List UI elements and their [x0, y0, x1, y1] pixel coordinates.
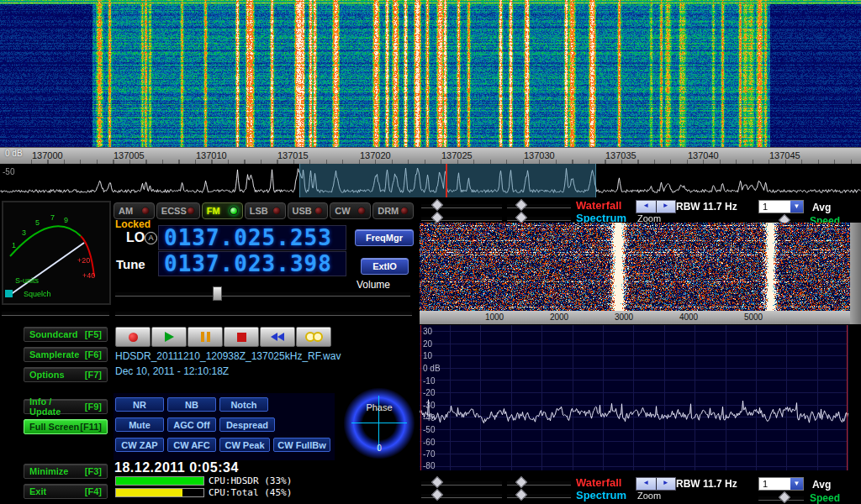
soundcard-button[interactable]: Soundcard [F5] — [24, 327, 108, 342]
nr-button[interactable]: NR — [115, 397, 164, 412]
button-key: [F5] — [85, 329, 102, 339]
mode-button-ecss[interactable]: ECSS — [156, 202, 200, 219]
stop-button[interactable] — [224, 327, 259, 347]
cpu-total-bar — [115, 488, 204, 497]
info-update-button[interactable]: Info / Update [F9] — [24, 399, 108, 414]
chevron-down-icon[interactable]: ▼ — [790, 201, 803, 213]
mode-button-drm[interactable]: DRM — [372, 202, 414, 219]
lo-lock-badge[interactable]: A — [145, 232, 157, 244]
slider-handle[interactable] — [515, 199, 527, 211]
squelch-groove — [2, 311, 109, 316]
slider-handle[interactable] — [515, 476, 527, 488]
play-icon — [165, 332, 174, 342]
cw-afc-button[interactable]: CW AFC — [167, 438, 216, 452]
main-frequency-ruler[interactable]: 137000 137005 137010 137015 137020 13702… — [0, 147, 861, 164]
fullscreen-button[interactable]: Full Screen [F11] — [24, 419, 108, 434]
button-key: [F6] — [85, 349, 102, 360]
spectrum-upper-slider[interactable] — [421, 216, 502, 221]
loop-button[interactable] — [296, 327, 331, 347]
despread-button[interactable]: Despread — [219, 417, 275, 432]
smeter-tick: 9 — [64, 216, 68, 224]
mode-label: DRM — [378, 206, 399, 216]
freq-label: 137030 — [524, 150, 555, 160]
zoom-label: Zoom — [637, 491, 661, 501]
speed-slider[interactable] — [758, 496, 804, 501]
notch-button[interactable]: Notch — [219, 397, 268, 412]
slider-handle[interactable] — [515, 489, 527, 501]
squelch-marker[interactable] — [5, 290, 13, 297]
freqmgr-button[interactable]: FreqMgr — [355, 229, 414, 246]
phase-value: 0 — [343, 444, 415, 453]
cw-fullbw-button[interactable]: CW FullBw — [273, 438, 330, 452]
filter-edge-left[interactable] — [420, 325, 421, 470]
mode-button-usb[interactable]: USB — [288, 202, 329, 219]
waterfall-upper-slider[interactable] — [421, 203, 502, 208]
tune-frequency-display[interactable]: 0137.023.398 — [158, 251, 346, 276]
zoom-out-button[interactable]: ◄ — [637, 201, 656, 213]
spectrum-upper-slider[interactable] — [421, 493, 502, 498]
cw-peak-button[interactable]: CW Peak — [219, 438, 270, 452]
af-frequency-ruler[interactable]: 1000 2000 3000 4000 5000 — [420, 311, 850, 324]
record-button[interactable] — [115, 327, 151, 347]
pause-button[interactable] — [188, 327, 223, 347]
passband-selection[interactable] — [299, 164, 596, 197]
slider-handle[interactable] — [431, 199, 443, 211]
freq-label: 137045 — [769, 150, 800, 160]
mute-button[interactable]: Mute — [115, 417, 164, 432]
af-waterfall-display[interactable] — [420, 223, 850, 311]
freq-label: 1000 — [485, 312, 504, 322]
cpu-hdsdr-bar — [115, 476, 204, 486]
mode-button-cw[interactable]: CW — [330, 202, 371, 219]
volume-slider[interactable] — [115, 286, 412, 300]
waterfall-upper-slider[interactable] — [421, 480, 502, 486]
chevron-down-icon[interactable]: ▼ — [790, 478, 803, 490]
main-waterfall-display[interactable] — [0, 0, 861, 147]
af-spectrum-display[interactable] — [420, 325, 848, 470]
avg-select[interactable]: 1 ▼ — [758, 477, 804, 491]
rewind-button[interactable] — [260, 327, 295, 347]
slider-handle[interactable] — [431, 476, 443, 488]
mode-button-am[interactable]: AM — [114, 202, 155, 219]
cw-zap-button[interactable]: CW ZAP — [115, 438, 164, 452]
mode-button-lsb[interactable]: LSB — [245, 202, 286, 219]
volume-handle[interactable] — [213, 286, 222, 301]
button-key: [F7] — [85, 370, 102, 380]
waterfall-lower-slider[interactable] — [507, 203, 571, 208]
lo-frequency-display[interactable]: 0137.025.253 — [158, 225, 346, 250]
exit-button[interactable]: Exit [F4] — [24, 484, 108, 499]
button-label: Minimize — [29, 466, 68, 476]
freq-label: 137040 — [688, 150, 719, 160]
options-button[interactable]: Options [F7] — [24, 367, 108, 382]
af-scrollbar[interactable] — [850, 223, 861, 324]
slider-handle[interactable] — [431, 212, 443, 223]
play-button[interactable] — [151, 327, 187, 347]
zoom-in-button[interactable]: ► — [657, 478, 676, 490]
button-key: [F3] — [85, 466, 102, 476]
avg-select[interactable]: 1 ▼ — [758, 200, 804, 213]
s-units-label: S-units — [15, 276, 40, 285]
nb-button[interactable]: NB — [167, 397, 216, 412]
waterfall-lower-slider[interactable] — [507, 480, 571, 486]
slider-handle[interactable] — [431, 489, 443, 501]
agc-off-button[interactable]: AGC Off — [167, 417, 216, 432]
slider-handle[interactable] — [779, 491, 790, 503]
zoom-out-button[interactable]: ◄ — [637, 478, 656, 490]
minimize-button[interactable]: Minimize [F3] — [24, 464, 108, 479]
spectrum-lower-slider[interactable] — [507, 216, 571, 221]
waterfall-toggle[interactable]: Waterfall — [576, 476, 621, 489]
slider-handle[interactable] — [515, 212, 527, 223]
cpu-hdsdr-fill — [116, 477, 203, 485]
record-icon — [129, 333, 138, 342]
avg-label: Avg — [812, 479, 831, 491]
phase-control[interactable]: Phase 0 — [343, 387, 415, 459]
zoom-in-button[interactable]: ► — [657, 201, 676, 213]
filter-edge-right[interactable] — [847, 325, 848, 470]
spectrum-toggle[interactable]: Spectrum — [576, 489, 626, 501]
squelch-slider[interactable] — [2, 308, 111, 317]
freq-label: 5000 — [744, 312, 763, 322]
waterfall-toggle[interactable]: Waterfall — [576, 199, 621, 212]
spectrum-lower-slider[interactable] — [507, 493, 571, 498]
mode-button-fm[interactable]: FM — [202, 202, 243, 219]
samplerate-button[interactable]: Samplerate [F6] — [24, 347, 108, 362]
extio-button[interactable]: ExtIO — [361, 258, 409, 275]
